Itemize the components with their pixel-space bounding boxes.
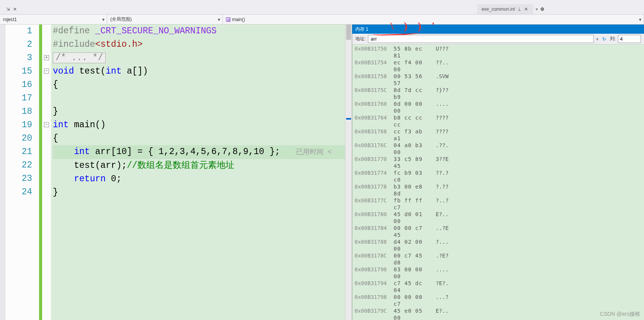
- chevron-down-icon: ▾: [639, 17, 641, 22]
- memory-row[interactable]: 0x00B317600d 00 00 00....: [355, 100, 642, 114]
- memory-hex: b8 cc cc cc: [394, 114, 432, 128]
- memory-hex: 33 c5 89 45: [394, 156, 432, 169]
- columns-label: 列:: [610, 36, 616, 42]
- memory-address: 0x00B31780: [355, 211, 390, 225]
- scope-dropdown[interactable]: (全局范围) ▾: [107, 15, 223, 24]
- code-line[interactable]: #define _CRT_SECURE_NO_WARNINGS: [53, 25, 345, 38]
- scope-label: (全局范围): [110, 16, 132, 23]
- collapse-icon[interactable]: −: [44, 122, 49, 127]
- memory-address: 0x00B3178C: [355, 252, 390, 266]
- code-line[interactable]: void test(int a[]): [53, 65, 345, 78]
- memory-row[interactable]: 0x00B3177033 c5 89 453??E: [355, 156, 642, 169]
- memory-row[interactable]: 0x00B3178400 00 c7 45..?E: [355, 225, 642, 238]
- memory-hex: 00 53 56 57: [394, 73, 432, 87]
- memory-row[interactable]: 0x00B3175C8d 7d cc b9?}??: [355, 87, 642, 100]
- code-line[interactable]: {: [53, 78, 345, 92]
- memory-address: 0x00B31754: [355, 59, 390, 73]
- address-input[interactable]: [368, 35, 593, 43]
- code-editor: 12315161718192021222324 +− − #define _CR…: [0, 25, 352, 320]
- expand-icon[interactable]: +: [44, 55, 49, 60]
- navigation-bar: roject1 ▾ (全局范围) ▾ main() ▾: [0, 15, 644, 25]
- line-number: 23: [5, 172, 32, 185]
- code-line[interactable]: #include<stdio.h>: [53, 38, 345, 51]
- code-line[interactable]: [53, 92, 345, 105]
- memory-address: 0x00B31750: [355, 45, 390, 59]
- memory-ascii: 3??E: [436, 156, 449, 169]
- change-indicator: [39, 25, 42, 320]
- vertical-scrollbar[interactable]: [345, 25, 352, 320]
- margin-gutter: [0, 25, 5, 320]
- memory-row[interactable]: 0x00B31794c7 45 dc 04?E?.: [355, 280, 642, 294]
- chevron-down-icon: ▾: [102, 17, 105, 22]
- memory-address: 0x00B3177C: [355, 197, 390, 211]
- memory-hex: 0d 00 00 00: [394, 100, 432, 114]
- columns-input[interactable]: [618, 35, 641, 43]
- chevron-down-icon[interactable]: ▾: [596, 36, 598, 42]
- memory-hex: ec f4 00 00: [394, 59, 432, 73]
- memory-row[interactable]: 0x00B3179003 00 00 00....: [355, 266, 642, 280]
- code-line[interactable]: {: [53, 132, 345, 145]
- memory-ascii: .??.: [436, 142, 449, 156]
- close-icon[interactable]: ✕: [523, 7, 529, 12]
- memory-row[interactable]: 0x00B3179800 00 00 c7...?: [355, 294, 642, 307]
- code-line[interactable]: test(arr);//数组名是数组首元素地址: [53, 159, 345, 172]
- file-tab-label: exe_common.inl: [482, 7, 515, 12]
- memory-ascii: ??.?: [436, 169, 449, 183]
- memory-row[interactable]: 0x00B3178045 d0 01 00E?..: [355, 211, 642, 225]
- chevron-down-icon: ▾: [218, 17, 220, 22]
- memory-address: 0x00B31790: [355, 266, 390, 280]
- memory-hex: b3 00 e8 8d: [394, 183, 432, 197]
- memory-row[interactable]: 0x00B31768cc f3 ab a1????: [355, 128, 642, 142]
- memory-address: 0x00B31788: [355, 238, 390, 252]
- code-line[interactable]: }: [53, 186, 345, 199]
- code-line[interactable]: }: [53, 105, 345, 118]
- memory-hex: 04 a0 b3 00: [394, 142, 432, 156]
- memory-title-text: 内存 1: [355, 26, 368, 33]
- memory-row[interactable]: 0x00B3175055 8b ec 81U???: [355, 45, 642, 59]
- memory-row[interactable]: 0x00B31788d4 02 00 00?...: [355, 238, 642, 252]
- memory-dump[interactable]: 0x00B3175055 8b ec 81U???0x00B31754ec f4…: [352, 44, 644, 320]
- memory-row[interactable]: 0x00B3179C45 e0 05 00E?..: [355, 307, 642, 320]
- memory-row[interactable]: 0x00B3178C00 c7 45 d8.?E?: [355, 252, 642, 266]
- memory-row[interactable]: 0x00B31754ec f4 00 00??..: [355, 59, 642, 73]
- memory-address: 0x00B3179C: [355, 307, 390, 320]
- memory-hex: 45 e0 05 00: [394, 307, 432, 320]
- line-number: 17: [5, 92, 32, 105]
- code-text[interactable]: #define _CRT_SECURE_NO_WARNINGS#include<…: [51, 25, 345, 320]
- memory-ascii: ..?E: [436, 225, 449, 238]
- memory-address: 0x00B31794: [355, 280, 390, 294]
- code-line[interactable]: /* ... */: [53, 51, 345, 65]
- memory-ascii: ??..: [436, 59, 449, 73]
- fold-gutter[interactable]: +− −: [42, 25, 51, 320]
- memory-row[interactable]: 0x00B31778b3 00 e8 8d?.??: [355, 183, 642, 197]
- memory-row[interactable]: 0x00B31774fc b9 03 c0??.?: [355, 169, 642, 183]
- code-line[interactable]: int arr[10] = { 1,2,3,4,5,6,7,8,9,10 }; …: [53, 145, 345, 159]
- tab-left[interactable]: ⇲ ✕: [2, 4, 22, 14]
- memory-address: 0x00B31774: [355, 169, 390, 183]
- memory-row[interactable]: 0x00B31764b8 cc cc cc????: [355, 114, 642, 128]
- close-icon[interactable]: ✕: [12, 7, 18, 12]
- memory-hex: cc f3 ab a1: [394, 128, 432, 142]
- file-tab[interactable]: exe_common.inl ⊥ ✕: [477, 4, 533, 14]
- project-dropdown[interactable]: roject1 ▾: [0, 15, 107, 24]
- memory-row[interactable]: 0x00B3175800 53 56 57.SVW: [355, 73, 642, 87]
- memory-address: 0x00B31784: [355, 225, 390, 238]
- function-dropdown[interactable]: main() ▾: [223, 15, 644, 24]
- pin-icon[interactable]: ⊥: [517, 7, 521, 12]
- chevron-down-icon[interactable]: ▾: [536, 7, 538, 12]
- watermark: CSDN @ers腰椎: [600, 311, 640, 318]
- gear-icon[interactable]: ⚙: [540, 7, 544, 12]
- memory-panel: 内存 1 地址: ▾ ↻ 列: 0x00B3175055 8b ec 81U??…: [352, 25, 644, 320]
- scroll-thumb[interactable]: [346, 25, 351, 40]
- refresh-icon[interactable]: ↻: [601, 36, 608, 43]
- collapse-icon[interactable]: −: [44, 69, 49, 74]
- memory-ascii: .SVW: [436, 73, 449, 87]
- memory-row[interactable]: 0x00B3177Cfb ff ff c7?..?: [355, 197, 642, 211]
- memory-title: 内存 1: [352, 25, 644, 34]
- method-icon: [226, 17, 230, 22]
- memory-address: 0x00B3176C: [355, 142, 390, 156]
- memory-row[interactable]: 0x00B3176C04 a0 b3 00.??.: [355, 142, 642, 156]
- code-line[interactable]: return 0;: [53, 172, 345, 186]
- line-number: 22: [5, 159, 32, 172]
- code-line[interactable]: int main(): [53, 118, 345, 132]
